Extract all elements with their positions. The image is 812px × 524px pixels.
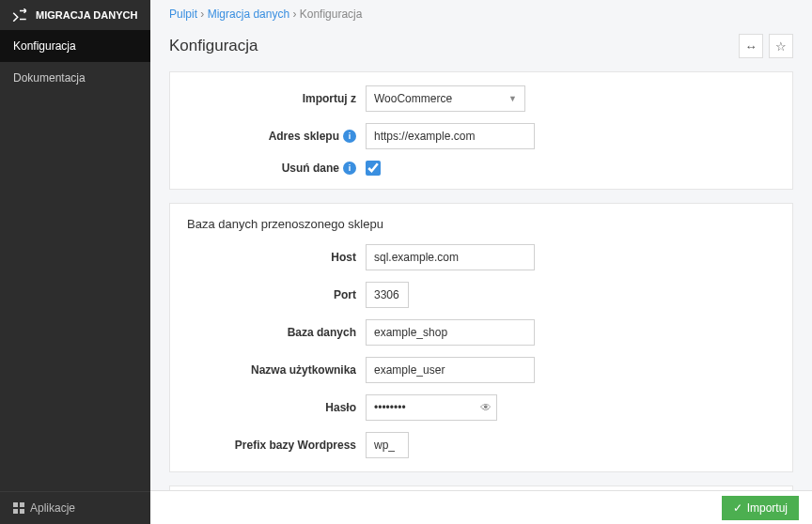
- panel-import: Importuj z WooCommerce ▼ Adres sklepu i …: [169, 71, 793, 190]
- import-button[interactable]: ✓ Importuj: [722, 496, 799, 520]
- info-icon[interactable]: i: [343, 162, 356, 175]
- user-input[interactable]: [366, 357, 535, 383]
- db-panel-title: Baza danych przenoszonego sklepu: [187, 217, 775, 231]
- app-title: MIGRACJA DANYCH: [36, 9, 137, 21]
- eye-icon[interactable]: 👁: [480, 401, 492, 414]
- host-label: Host: [187, 251, 366, 264]
- prefix-label: Prefix bazy Wordpress: [187, 439, 366, 452]
- svg-rect-3: [20, 509, 24, 514]
- bc-pulpit[interactable]: Pulpit: [169, 8, 197, 21]
- expand-button[interactable]: ↔: [739, 34, 763, 58]
- pw-label: Hasło: [187, 401, 366, 414]
- sidebar-item-konfiguracja[interactable]: Konfiguracja: [0, 30, 150, 62]
- import-from-label: Importuj z: [187, 92, 366, 105]
- delete-label: Usuń dane i: [187, 162, 366, 175]
- address-label: Adres sklepu i: [187, 130, 366, 143]
- bc-migracja[interactable]: Migracja danych: [208, 8, 289, 21]
- db-label: Baza danych: [187, 326, 366, 339]
- panel-database: Baza danych przenoszonego sklepu Host Po…: [169, 203, 793, 472]
- bc-current: Konfiguracja: [300, 8, 363, 21]
- svg-rect-0: [13, 502, 18, 507]
- svg-rect-2: [13, 509, 18, 514]
- port-label: Port: [187, 288, 366, 301]
- sidebar-footer-apps[interactable]: Aplikacje: [0, 491, 150, 524]
- footer-bar: ✓ Importuj: [150, 490, 812, 524]
- migrate-icon: [11, 8, 28, 22]
- sidebar: MIGRACJA DANYCH Konfiguracja Dokumentacj…: [0, 0, 150, 524]
- info-icon[interactable]: i: [343, 130, 356, 143]
- apps-label: Aplikacje: [30, 501, 75, 515]
- port-input[interactable]: [366, 282, 409, 308]
- apps-icon: [13, 502, 24, 514]
- breadcrumb: Pulpit › Migracja danych › Konfiguracja: [150, 0, 812, 28]
- chevron-down-icon: ▼: [508, 94, 517, 103]
- main-content: Pulpit › Migracja danych › Konfiguracja …: [150, 0, 812, 524]
- import-from-select[interactable]: WooCommerce ▼: [366, 85, 525, 112]
- db-input[interactable]: [366, 319, 535, 346]
- sidebar-item-dokumentacja[interactable]: Dokumentacja: [0, 62, 150, 94]
- favorite-button[interactable]: ☆: [769, 34, 793, 58]
- prefix-input[interactable]: [366, 432, 409, 458]
- password-input[interactable]: [366, 394, 497, 421]
- delete-checkbox[interactable]: [366, 161, 381, 176]
- host-input[interactable]: [366, 244, 535, 270]
- app-title-wrap: MIGRACJA DANYCH: [0, 0, 150, 30]
- user-label: Nazwa użytkownika: [187, 363, 366, 377]
- address-input[interactable]: [366, 123, 535, 149]
- check-icon: ✓: [733, 501, 742, 515]
- svg-rect-1: [20, 502, 24, 507]
- page-title: Konfiguracja: [169, 37, 258, 55]
